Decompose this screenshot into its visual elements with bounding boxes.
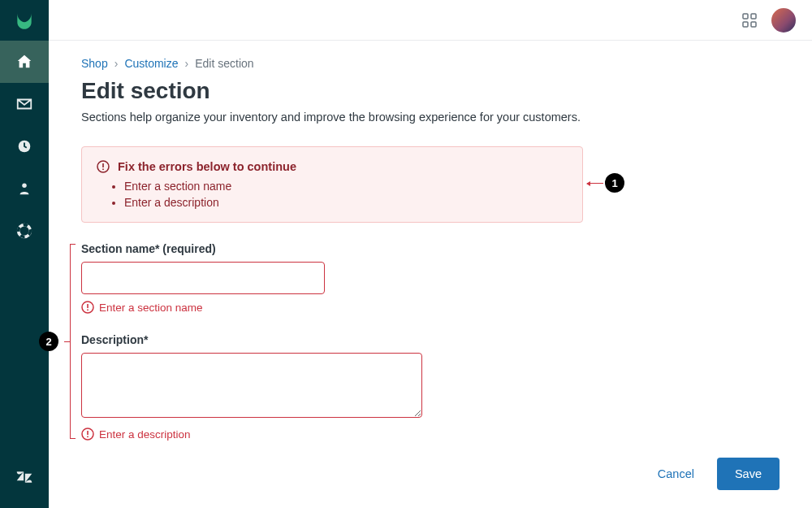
input-section-name[interactable] — [81, 262, 325, 294]
svg-rect-13 — [87, 310, 89, 311]
annotation-bubble: 2 — [39, 332, 58, 351]
sidebar — [0, 0, 49, 508]
svg-rect-15 — [87, 431, 89, 435]
lifebuoy-icon — [15, 222, 33, 240]
cancel-button[interactable]: Cancel — [654, 459, 698, 488]
zendesk-icon — [15, 468, 33, 486]
chevron-right-icon: › — [114, 57, 119, 70]
footer-actions: Cancel Save — [654, 458, 780, 490]
svg-rect-9 — [102, 163, 104, 167]
nav-help[interactable] — [0, 210, 49, 252]
topbar — [49, 0, 812, 41]
home-icon — [15, 53, 33, 71]
alert-item: Enter a section name — [124, 180, 568, 193]
label-description: Description* — [81, 333, 780, 346]
alert-icon — [97, 160, 110, 173]
svg-rect-7 — [751, 22, 756, 27]
error-alert: Fix the errors below to continue Enter a… — [81, 146, 583, 223]
nav-user[interactable] — [0, 167, 49, 210]
page-subtitle: Sections help organize your inventory an… — [81, 111, 780, 124]
breadcrumb-current: Edit section — [195, 57, 253, 70]
svg-rect-5 — [751, 14, 756, 19]
error-description: Enter a description — [99, 428, 191, 441]
apps-icon[interactable] — [742, 13, 757, 28]
alert-icon — [81, 428, 94, 441]
page-title: Edit section — [81, 78, 780, 104]
nav-home[interactable] — [0, 41, 49, 83]
svg-point-1 — [22, 184, 27, 189]
user-icon — [15, 180, 33, 198]
clock-icon — [15, 137, 33, 155]
error-section-name: Enter a section name — [99, 302, 203, 314]
nav-zendesk[interactable] — [0, 456, 49, 498]
field-section-name: Section name* (required) Enter a section… — [81, 242, 780, 314]
save-button[interactable]: Save — [717, 458, 780, 490]
annotation-bubble: 1 — [605, 173, 624, 193]
chevron-right-icon: › — [185, 57, 189, 70]
svg-rect-10 — [102, 169, 104, 171]
app-logo-icon — [14, 10, 35, 31]
annotation-marker-1: 1 — [587, 173, 624, 193]
nav-mail[interactable] — [0, 83, 49, 125]
field-description: Description* Enter a description — [81, 333, 780, 441]
logo — [0, 0, 49, 41]
svg-rect-16 — [87, 436, 89, 438]
mail-icon — [15, 95, 33, 113]
annotation-bracket — [70, 244, 71, 439]
nav-clock[interactable] — [0, 125, 49, 167]
svg-rect-4 — [743, 14, 748, 19]
input-description[interactable] — [81, 353, 422, 418]
alert-item: Enter a description — [124, 196, 568, 209]
alert-title: Fix the errors below to continue — [118, 160, 296, 173]
svg-rect-12 — [87, 304, 89, 308]
breadcrumb-shop[interactable]: Shop — [81, 57, 108, 70]
avatar[interactable] — [771, 8, 796, 33]
breadcrumb-customize[interactable]: Customize — [124, 57, 178, 70]
alert-icon — [81, 301, 94, 314]
content: Shop › Customize › Edit section Edit sec… — [49, 41, 812, 508]
breadcrumb: Shop › Customize › Edit section — [81, 57, 780, 70]
main: Shop › Customize › Edit section Edit sec… — [49, 0, 812, 508]
label-section-name: Section name* (required) — [81, 242, 780, 255]
svg-point-2 — [19, 225, 31, 237]
svg-rect-6 — [743, 22, 748, 27]
annotation-marker-2: 2 — [39, 332, 58, 351]
